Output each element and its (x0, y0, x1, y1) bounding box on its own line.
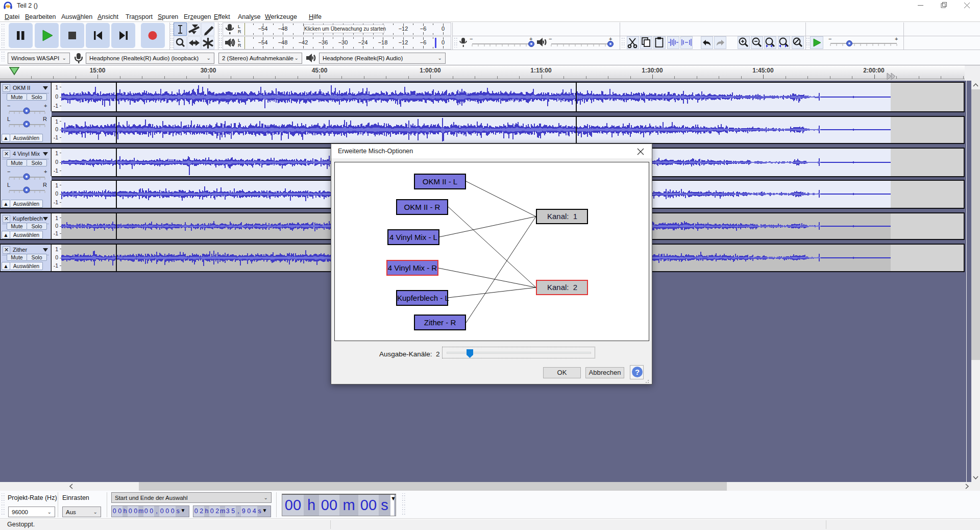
svg-text:L: L (7, 116, 10, 122)
svg-text:+: + (895, 36, 898, 42)
svg-text:R: R (43, 116, 47, 122)
svg-text:L: L (7, 182, 10, 188)
svg-text:+: + (44, 103, 47, 109)
svg-text:−: − (470, 36, 473, 42)
svg-text:−: − (7, 103, 10, 109)
svg-text:−: − (7, 169, 10, 175)
svg-text:R: R (43, 182, 47, 188)
svg-text:−: − (828, 36, 831, 42)
svg-text:−: − (549, 36, 552, 42)
svg-text:+: + (44, 169, 47, 175)
